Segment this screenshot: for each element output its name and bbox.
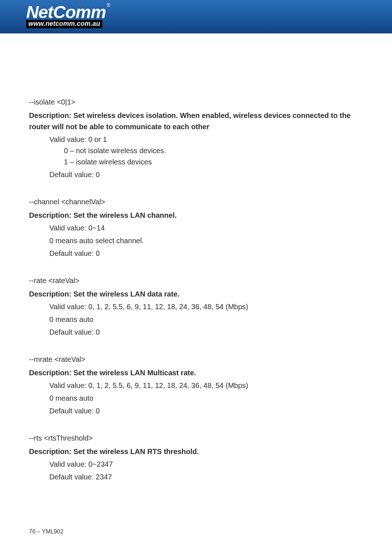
detail-line: Default value: 2347: [29, 471, 363, 483]
cmd-description: Description: Set the wireless LAN data r…: [29, 289, 363, 300]
cmd-syntax: --channel <channelVal>: [29, 196, 363, 208]
detail-line: 0 means auto: [29, 393, 363, 404]
param-section-rts: --rts <rtsThreshold> Description: Set th…: [29, 433, 363, 483]
detail-line: 0 – not isolate wireless devices.: [29, 145, 363, 156]
detail-line: Valid value: 0~14: [29, 222, 363, 234]
logo-block: NetComm® www.netcomm.com.au: [26, 2, 110, 28]
param-section-mrate: --mrate <rateVal> Description: Set the w…: [29, 354, 363, 417]
detail-line: Valid value: 0 or 1: [29, 134, 363, 145]
detail-line: Default value: 0: [29, 327, 363, 338]
header-band: NetComm® www.netcomm.com.au: [0, 0, 392, 33]
cmd-description: Description: Set the wireless LAN Multic…: [29, 367, 363, 379]
detail-line: Default value: 0: [29, 169, 363, 180]
param-section-rate: --rate <rateVal> Description: Set the wi…: [29, 275, 363, 338]
page-body: --isolate <0|1> Description: Set wireles…: [0, 33, 392, 483]
registered-mark: ®: [107, 2, 110, 8]
detail-line: Default value: 0: [29, 405, 363, 417]
param-section-isolate: --isolate <0|1> Description: Set wireles…: [29, 97, 363, 180]
detail-line: Valid value: 0, 1, 2, 5.5, 6, 9, 11, 12,…: [29, 380, 363, 391]
cmd-description: Description: Set the wireless LAN RTS th…: [29, 446, 363, 457]
detail-line: Valid value: 0~2347: [29, 459, 363, 470]
brand-url: www.netcomm.com.au: [26, 20, 102, 28]
detail-line: Default value: 0: [29, 248, 363, 259]
param-section-channel: --channel <channelVal> Description: Set …: [29, 196, 363, 259]
page-footer: 76 – YML902: [29, 528, 64, 535]
cmd-syntax: --rate <rateVal>: [29, 275, 363, 286]
detail-line: 0 means auto: [29, 314, 363, 325]
cmd-syntax: --isolate <0|1>: [29, 97, 363, 108]
detail-line: 0 means auto select channel.: [29, 235, 363, 246]
brand-logo: NetComm: [26, 2, 106, 22]
cmd-syntax: --rts <rtsThreshold>: [29, 433, 363, 444]
detail-line: 1 – isolate wireless devices: [29, 156, 363, 168]
detail-line: Valid value: 0, 1, 2, 5.5, 6, 9, 11, 12,…: [29, 301, 363, 312]
cmd-description: Description: Set the wireless LAN channe…: [29, 210, 363, 221]
cmd-syntax: --mrate <rateVal>: [29, 354, 363, 365]
cmd-description: Description: Set wireless devices isolat…: [29, 110, 363, 132]
